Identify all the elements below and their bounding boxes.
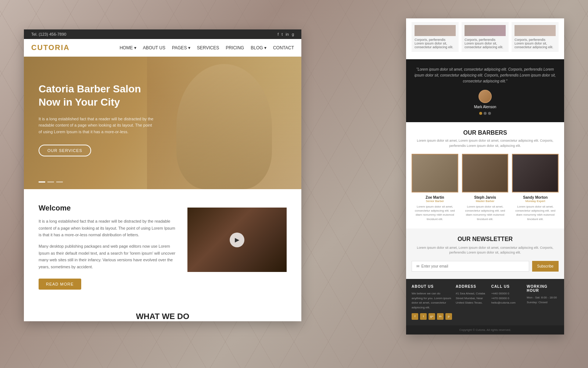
footer-call-title: CALL US — [491, 284, 523, 289]
barber-1-name: Zoe Martin — [412, 195, 458, 199]
newsletter-desc: Lorem ipsum dolor sit amet, Lorem ipsum … — [412, 245, 559, 255]
barber-card-1: Zoe Martin Senior Barber Lorem ipsum dol… — [412, 154, 458, 221]
footer-address: ADDRESS #1 Sea Ahead, Colaba Street Mumb… — [456, 284, 488, 320]
instagram-icon[interactable]: g — [292, 32, 294, 36]
card-top-1-img — [415, 25, 456, 36]
testimonial-quote: "Lorem ipsum dolor sit amet, consectetur… — [413, 67, 557, 84]
footer-about: ABOUT US We believe we can do anything f… — [412, 284, 452, 320]
hero-description: It is a long established fact that a rea… — [39, 116, 156, 135]
avatar-image — [478, 90, 492, 103]
barber-card-2: Steph Jarvis Master Barber Lorem ipsum d… — [462, 154, 509, 221]
barber-card-3: Sandy Morton Monday Expert Lorem ipsum d… — [512, 154, 559, 221]
welcome-text: Welcome It is a long established fact th… — [39, 204, 176, 290]
barber-3-name: Sandy Morton — [512, 195, 559, 199]
testimonial-dot-1[interactable] — [479, 112, 482, 115]
read-more-button[interactable]: READ MORE — [39, 279, 81, 290]
barber-2-bg — [463, 155, 508, 192]
footer-call-text: +440 00000 0 +470 00000 0 hello@cutoria.… — [491, 291, 523, 305]
barber-2-name: Steph Jarvis — [462, 195, 509, 199]
nav-pages[interactable]: PAGES ▾ — [172, 45, 190, 50]
footer-hours-title: WORKING HOUR — [527, 284, 559, 293]
hero-section: Catoria Barber Salon Now in Your City It… — [24, 57, 301, 189]
video-thumbnail[interactable]: ▶ — [187, 208, 287, 272]
subscribe-button[interactable]: Subscribe — [532, 261, 559, 272]
phone-number: Tel. (123) 456-7890 — [31, 32, 66, 36]
barber-1-image — [412, 154, 458, 192]
testimonial-dot-2[interactable] — [484, 112, 487, 115]
card-top-3-img — [514, 25, 556, 36]
welcome-para1: It is a long established fact that a rea… — [39, 218, 176, 238]
footer-linkedin-icon[interactable]: in — [437, 313, 444, 320]
card-top-1-text: Corporis, perferendis Lorem ipsum dolor … — [415, 38, 453, 49]
welcome-section: Welcome It is a long established fact th… — [24, 189, 301, 304]
card-top-1: Corporis, perferendis Lorem ipsum dolor … — [412, 22, 459, 52]
hero-title: Catoria Barber Salon Now in Your City — [39, 82, 287, 109]
what-we-do-section: WHAT WE DO — [24, 304, 301, 321]
barbers-grid: Zoe Martin Senior Barber Lorem ipsum dol… — [412, 154, 559, 221]
footer-bottom: Copyright © Cutoria. All rights reserved… — [406, 325, 564, 335]
footer-googleplus-icon[interactable]: g+ — [429, 313, 435, 320]
nav-blog[interactable]: BLOG ▾ — [251, 45, 266, 50]
footer-hours: WORKING HOUR Mon - Sat: 8:00 - 18:00 Sun… — [527, 284, 559, 320]
nav-bar: CUTORIA HOME ▾ ABOUT US PAGES ▾ SERVICES… — [24, 39, 301, 57]
card-top-2-img — [465, 25, 506, 36]
barber-2-bio: Lorem ipsum dolor sit amet, consectetur … — [462, 205, 509, 221]
newsletter-title: OUR NEWSLETTER — [412, 236, 559, 243]
footer-pinterest-icon[interactable]: p — [445, 313, 452, 320]
barber-1-role: Senior Barber — [412, 199, 458, 203]
testimonial-dots — [413, 112, 557, 115]
barber-cards-top: Corporis, perferendis Lorem ipsum dolor … — [412, 22, 559, 52]
card-top-3: Corporis, perferendis Lorem ipsum dolor … — [512, 22, 559, 52]
our-services-button[interactable]: OUR SERVICES — [39, 145, 91, 156]
barber-1-bio: Lorem ipsum dolor sit amet, consectetur … — [412, 205, 458, 221]
twitter-icon[interactable]: t — [282, 32, 283, 36]
card-top-3-text: Corporis, perferendis Lorem ipsum dolor … — [514, 38, 553, 49]
footer-facebook-icon[interactable]: f — [412, 313, 418, 320]
footer-address-title: ADDRESS — [456, 284, 488, 289]
footer-dark: ABOUT US We believe we can do anything f… — [406, 279, 564, 325]
newsletter-email-input[interactable] — [412, 261, 529, 272]
nav-services[interactable]: SERVICES — [197, 45, 219, 50]
brand-logo[interactable]: CUTORIA — [31, 43, 70, 52]
nav-contact[interactable]: CONTACT — [273, 45, 294, 50]
card-top-2-text: Corporis, perferendis Lorem ipsum dolor … — [465, 38, 503, 49]
newsletter-section: OUR NEWSLETTER Lorem ipsum dolor sit ame… — [406, 229, 564, 279]
footer-about-text: We believe we can do anything for you. L… — [412, 291, 452, 310]
testimonial-section: "Lorem ipsum dolor sit amet, consectetur… — [406, 59, 564, 122]
barber-3-role: Monday Expert — [512, 199, 559, 203]
testimonial-avatar: Mark Alenson — [413, 90, 557, 109]
footer-social-icons: f t g+ in p — [412, 313, 452, 320]
our-barbers-section: OUR BARBERS Lorem ipsum dolor sit amet, … — [406, 122, 564, 229]
our-barbers-title: OUR BARBERS — [412, 130, 559, 136]
footer-address-text: #1 Sea Ahead, Colaba Street Mumbai, Near… — [456, 291, 488, 305]
right-top-cards: Corporis, perferendis Lorem ipsum dolor … — [406, 18, 564, 59]
footer-twitter-icon[interactable]: t — [420, 313, 427, 320]
barber-3-image — [512, 154, 559, 192]
hero-title-text: Catoria Barber Salon Now in Your City — [39, 83, 141, 108]
nav-home[interactable]: HOME ▾ — [119, 45, 136, 50]
barber-1-bg — [412, 155, 458, 192]
nav-about[interactable]: ABOUT US — [143, 45, 165, 50]
card-top-2: Corporis, perferendis Lorem ipsum dolor … — [462, 22, 509, 52]
what-we-do-title: WHAT WE DO — [39, 312, 287, 321]
our-barbers-desc: Lorem ipsum dolor sit amet, Lorem ipsum … — [412, 138, 559, 148]
welcome-para2: Many desktop publishing packages and web… — [39, 243, 176, 270]
barber-3-bio: Lorem ipsum dolor sit amet, consectetur … — [512, 205, 559, 221]
barber-2-image — [462, 154, 509, 192]
preview-right: Corporis, perferendis Lorem ipsum dolor … — [406, 18, 564, 335]
hero-content: Catoria Barber Salon Now in Your City It… — [24, 57, 301, 182]
top-bar: Tel. (123) 456-7890 f t in g — [24, 29, 301, 39]
welcome-title: Welcome — [39, 204, 176, 212]
testimonial-dot-3[interactable] — [488, 112, 491, 115]
video-play-button[interactable]: ▶ — [230, 233, 244, 247]
preview-left: Tel. (123) 456-7890 f t in g CUTORIA HOM… — [24, 29, 301, 321]
copyright-text: Copyright © Cutoria. All rights reserved… — [459, 328, 511, 332]
barber-2-role: Master Barber — [462, 199, 509, 203]
linkedin-icon[interactable]: in — [286, 32, 289, 36]
facebook-icon[interactable]: f — [277, 32, 279, 36]
avatar-name: Mark Alenson — [474, 105, 496, 109]
barber-3-bg — [513, 155, 558, 192]
nav-pricing[interactable]: PRICING — [226, 45, 244, 50]
newsletter-form: Subscribe — [412, 261, 559, 272]
nav-links: HOME ▾ ABOUT US PAGES ▾ SERVICES PRICING… — [119, 45, 294, 50]
